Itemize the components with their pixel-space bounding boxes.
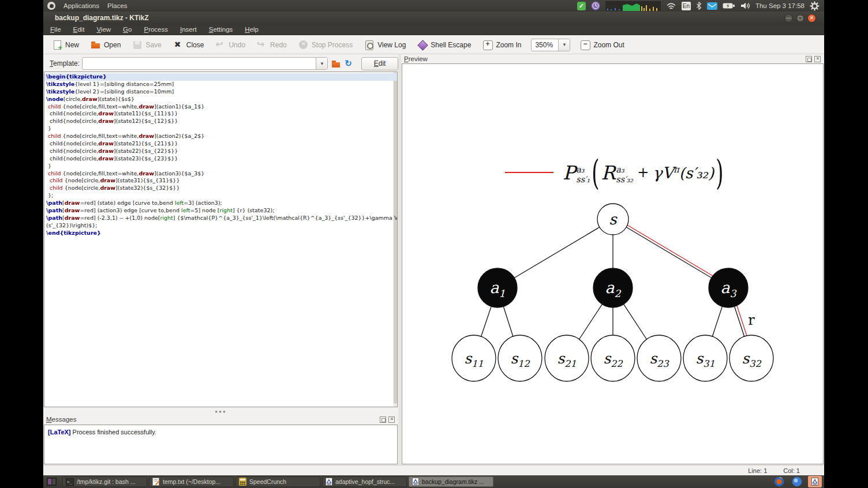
zoom-in-icon [482,40,493,50]
code-line: child {node[circle,fill,text=white,draw]… [46,103,397,111]
code-line: child{node[circle,draw](state23){$s_{23}… [46,155,397,163]
ktikz-icon [326,478,332,486]
preview-pane: Preview sa1a2a3s11s12s21s22s23s31s32r P … [401,54,824,465]
close-dock-icon[interactable] [388,416,395,423]
message-text: Process finished successfully. [71,429,156,436]
open-button[interactable]: Open [89,39,122,51]
code-line: child {node[circle,draw](state31){$s_{31… [46,177,397,185]
template-reload-button[interactable] [344,58,356,70]
applications-menu[interactable]: Applications [63,2,99,9]
wifi-icon[interactable] [666,2,676,10]
window-title-bar: backup_diagram.tikz - KTikZ — ▢ ✕ [43,12,824,24]
code-line: child {node[circle,fill,text=white,draw]… [46,133,397,140]
formula-p: P [563,162,575,184]
ubuntu-logo-icon[interactable] [47,2,55,10]
time-tracker-icon[interactable] [591,1,600,10]
taskbar-item[interactable]: SpeedCrunch [235,476,320,487]
terminal-icon: >_ [66,478,74,486]
template-combobox[interactable]: ▼ [82,57,328,70]
close-dock-icon[interactable] [814,56,821,62]
minimize-button[interactable]: — [784,14,793,22]
new-button[interactable]: New [50,39,81,51]
menu-item-go[interactable]: Go [123,26,132,33]
open-icon [91,40,101,50]
ktikz-alert-icon[interactable] [808,476,822,487]
menu-item-edit[interactable]: Edit [73,26,85,33]
updates-check-icon[interactable]: ✓ [577,2,586,10]
system-monitor-graph[interactable] [605,1,661,11]
zoom-in-button[interactable]: Zoom In [481,39,523,51]
template-edit-button[interactable]: Edit [361,57,398,70]
browser-icon[interactable] [790,476,804,487]
svg-text:s: s [609,211,618,228]
code-line: (s'_{32})\right)$}; [46,222,397,230]
log-icon [364,40,375,50]
volume-icon[interactable] [740,2,750,10]
top-panel: Applications Places ✓EnThu Sep 3 17:58 [43,0,824,12]
zoom-level-combobox[interactable]: 350% ▼ [531,39,570,51]
zoom-out-button[interactable]: Zoom Out [578,39,626,51]
refresh-icon [345,58,355,69]
status-line: Line: 1 [748,467,767,474]
firefox-icon[interactable] [772,476,786,487]
code-line: \tikzstyle{level 2}=[sibling distance=10… [46,88,397,96]
window-title: backup_diagram.tikz - KTikZ [43,14,149,22]
close-icon [173,40,184,50]
float-dock-icon[interactable] [806,56,812,62]
desktop-stage: Applications Places ✓EnThu Sep 3 17:58 b… [0,0,868,488]
clock[interactable]: Thu Sep 3 17:58 [755,2,805,9]
mail-icon[interactable] [707,2,717,10]
session-gear-icon[interactable] [810,1,820,11]
stop-button[interactable]: Stop Process [297,39,354,51]
close-button[interactable]: ✕ [807,14,816,22]
taskbar: >_/tmp/ktikz.git : bash ...temp.txt (~/D… [43,475,824,488]
code-line: child{node[circle,draw](state11){$s_{11}… [46,110,397,118]
folder-icon [331,58,341,69]
stop-icon [298,40,309,50]
battery-icon[interactable] [723,2,735,9]
places-menu[interactable]: Places [107,2,128,9]
menu-item-settings[interactable]: Settings [209,26,233,33]
taskbar-item[interactable]: backup_diagram.tikz ... [409,476,493,487]
horizontal-splitter[interactable]: ●●● [43,409,398,414]
taskbar-item[interactable]: adaptive_hopf_struc... [322,476,407,487]
maximize-button[interactable]: ▢ [796,14,805,22]
save-icon [132,40,143,50]
code-line: child{node[circle,draw](state22){$s_{22}… [46,148,397,155]
menu-item-insert[interactable]: Insert [180,26,197,33]
code-line: child {node[circle,draw](state32){$s_{32… [46,185,397,192]
save-button[interactable]: Save [130,39,163,51]
float-dock-icon[interactable] [380,416,386,423]
code-line: child{node[circle,draw](state12){$s_{12}… [46,118,397,125]
menu-item-help[interactable]: Help [245,26,259,33]
editor-pane: Template: ▼ Edit \begin{tikzpicture}\tik… [43,54,398,465]
keyboard-layout-badge[interactable]: En [682,2,691,10]
status-bar: Line: 1 Col: 1 [43,465,824,475]
taskbar-item[interactable]: temp.txt (~/Desktop... [149,476,234,487]
new-icon [52,40,62,50]
menu-item-process[interactable]: Process [144,26,168,33]
shell-button[interactable]: Shell Escape [416,39,473,51]
close-button[interactable]: Close [171,39,206,51]
ktikz-icon [412,478,419,486]
menu-item-view[interactable]: View [96,26,111,33]
template-open-button[interactable] [330,58,342,70]
code-line: }; [46,192,397,200]
workspace-switcher[interactable] [47,478,57,486]
menu-bar: FileEditViewGoProcessInsertSettingsHelp [43,24,824,35]
template-value[interactable] [83,58,316,69]
code-editor[interactable]: \begin{tikzpicture}\tikzstyle{level 1}=[… [44,72,398,407]
bluetooth-icon[interactable] [696,2,702,10]
log-button[interactable]: View Log [362,39,407,51]
preview-canvas[interactable]: sa1a2a3s11s12s21s22s23s31s32r P a₃ ss′₁ … [402,63,824,464]
messages-panel: [LaTeX] Process finished successfully. [44,425,398,464]
chevron-down-icon[interactable]: ▼ [558,39,570,51]
message-tag: [LaTeX] [48,429,71,436]
text-editor-icon [152,478,160,486]
undo-button[interactable]: Undo [214,39,247,51]
menu-item-file[interactable]: File [50,26,61,33]
chevron-down-icon[interactable]: ▼ [316,58,327,69]
shell-icon [417,40,428,50]
redo-button[interactable]: Redo [255,39,289,51]
taskbar-item[interactable]: >_/tmp/ktikz.git : bash ... [62,476,147,487]
